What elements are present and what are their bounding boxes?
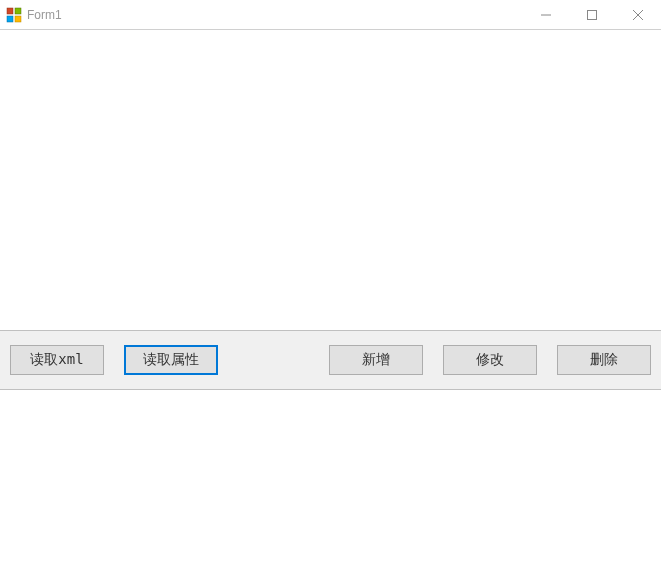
below-area — [0, 390, 661, 572]
maximize-button[interactable] — [569, 0, 615, 29]
app-icon — [6, 7, 22, 23]
close-button[interactable] — [615, 0, 661, 29]
delete-button[interactable]: 删除 — [557, 345, 651, 375]
content-region — [0, 30, 661, 330]
window-controls — [523, 0, 661, 29]
svg-rect-0 — [7, 8, 13, 14]
button-bar: 读取xml 读取属性 新增 修改 删除 — [0, 330, 661, 390]
edit-button[interactable]: 修改 — [443, 345, 537, 375]
svg-rect-1 — [15, 8, 21, 14]
read-xml-button[interactable]: 读取xml — [10, 345, 104, 375]
read-attr-button[interactable]: 读取属性 — [124, 345, 218, 375]
svg-rect-3 — [15, 16, 21, 22]
client-area: 读取xml 读取属性 新增 修改 删除 — [0, 30, 661, 572]
titlebar: Form1 — [0, 0, 661, 30]
minimize-button[interactable] — [523, 0, 569, 29]
add-button[interactable]: 新增 — [329, 345, 423, 375]
window-title: Form1 — [27, 8, 523, 22]
svg-rect-5 — [588, 10, 597, 19]
svg-rect-2 — [7, 16, 13, 22]
